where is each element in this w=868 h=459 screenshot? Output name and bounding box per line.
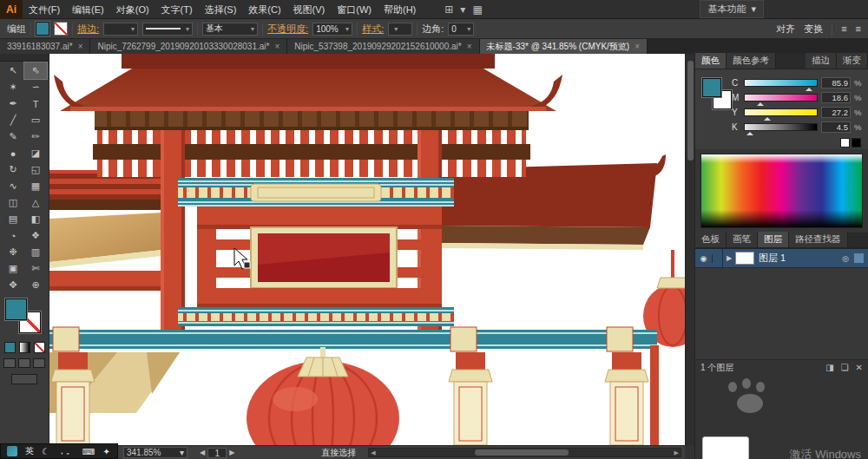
stroke-weight-combo[interactable]: ▾ xyxy=(103,23,138,36)
channel-value-field[interactable]: 85.9 xyxy=(821,77,851,89)
zoom-tool[interactable]: ⊕ xyxy=(24,277,47,293)
tab-layers[interactable]: 图层 xyxy=(758,232,789,247)
current-tool-label[interactable]: 直接选择 xyxy=(321,447,356,459)
vertical-scrollbar-thumb[interactable] xyxy=(687,61,694,161)
make-mask-icon[interactable]: ◨ xyxy=(825,363,833,372)
lock-column[interactable] xyxy=(713,249,723,267)
mesh-tool[interactable]: ▤ xyxy=(2,211,24,227)
layer-thumbnail[interactable] xyxy=(735,252,754,265)
channel-slider[interactable] xyxy=(744,94,818,102)
document-tab[interactable]: 33916183037.ai* × xyxy=(0,39,90,54)
arrange-documents-icon[interactable]: ⊞ xyxy=(444,3,453,16)
new-layer-icon[interactable]: ❏ xyxy=(841,363,849,372)
zoom-combo[interactable]: 341.85% ▾ xyxy=(123,447,187,458)
workspace-switcher[interactable]: 基本功能 ▾ xyxy=(700,0,764,18)
type-tool[interactable]: T xyxy=(24,95,47,112)
menu-select[interactable]: 选择(S) xyxy=(199,0,243,19)
artboard-number-field[interactable]: 1 xyxy=(207,448,227,458)
menu-effect[interactable]: 效果(C) xyxy=(242,0,286,19)
ime-logo-icon[interactable] xyxy=(7,446,17,456)
channel-slider[interactable] xyxy=(744,123,818,131)
menu-help[interactable]: 帮助(H) xyxy=(378,0,422,19)
close-icon[interactable]: × xyxy=(78,42,83,51)
width-tool[interactable]: ∿ xyxy=(2,178,24,194)
roof-balustrade[interactable] xyxy=(93,130,530,177)
close-icon[interactable]: × xyxy=(635,42,640,51)
lasso-tool[interactable]: ∽ xyxy=(24,79,47,95)
right-post[interactable] xyxy=(650,345,659,445)
document-tab[interactable]: Nipic_7262799_20190920103330028031.ai* × xyxy=(90,39,287,54)
moon-icon[interactable]: ☾ xyxy=(42,447,49,456)
line-segment-tool[interactable]: ╱ xyxy=(2,112,24,128)
artboard-tool[interactable]: ▣ xyxy=(2,260,24,277)
tab-stroke[interactable]: 描边 xyxy=(806,53,837,69)
rectangle-tool[interactable]: ▭ xyxy=(24,112,47,128)
document-tab[interactable]: Nipic_537398_20190929202152610000.ai* × xyxy=(287,39,479,54)
align-button[interactable]: 对齐 xyxy=(776,23,795,36)
prev-artboard-icon[interactable]: ◀ xyxy=(200,449,205,456)
visibility-eye-icon[interactable]: ◉ xyxy=(695,254,713,263)
menu-window[interactable]: 窗口(W) xyxy=(331,0,378,19)
tab-color-guide[interactable]: 颜色参考 xyxy=(727,53,776,69)
pen-tool[interactable]: ✒ xyxy=(2,95,24,112)
selection-indicator[interactable] xyxy=(854,253,864,263)
eyedropper-tool[interactable]: ◔ xyxy=(2,227,24,244)
scroll-right-icon[interactable]: ▶ xyxy=(674,449,679,457)
stroke-swatch[interactable] xyxy=(54,22,68,36)
stroke-link[interactable]: 描边: xyxy=(77,23,99,36)
left-wing[interactable] xyxy=(49,170,178,291)
pencil-tool[interactable]: ✏ xyxy=(24,128,47,145)
paintbrush-tool[interactable]: ✎ xyxy=(2,128,24,145)
slider-thumb-icon[interactable] xyxy=(764,114,771,121)
tab-gradient[interactable]: 渐变 xyxy=(837,53,868,69)
transform-button[interactable]: 变换 xyxy=(804,23,823,36)
black-swatch[interactable] xyxy=(852,138,861,148)
tools-panel-grip[interactable] xyxy=(0,54,49,62)
delete-layer-icon[interactable]: ✕ xyxy=(856,363,863,372)
keyboard-icon[interactable]: ⌨ xyxy=(82,447,95,456)
slice-tool[interactable]: ✄ xyxy=(24,260,47,277)
shape-builder-tool[interactable]: ◫ xyxy=(2,194,24,211)
lower-teal-lintel[interactable] xyxy=(178,307,454,326)
channel-value-field[interactable]: 18.6 xyxy=(821,92,851,103)
toolbox-icon[interactable]: ✦ xyxy=(102,447,109,456)
fill-proxy-swatch[interactable] xyxy=(702,78,721,97)
scale-tool[interactable]: ◱ xyxy=(24,161,47,178)
menu-type[interactable]: 文字(T) xyxy=(155,0,199,19)
fill-swatch[interactable] xyxy=(36,22,49,36)
blend-tool[interactable]: ❖ xyxy=(24,227,47,244)
slider-thumb-icon[interactable] xyxy=(746,128,753,135)
tab-color[interactable]: 颜色 xyxy=(695,53,727,69)
menu-edit[interactable]: 编辑(E) xyxy=(66,0,110,19)
close-icon[interactable]: × xyxy=(467,42,472,51)
document-tab[interactable]: 未标题-33* @ 341.85% (CMYK/预览) × xyxy=(480,39,648,54)
screen-mode-button[interactable] xyxy=(11,374,37,384)
opacity-link[interactable]: 不透明度: xyxy=(267,23,308,36)
horizontal-scrollbar[interactable]: ◀ ▶ xyxy=(368,448,681,457)
blob-brush-tool[interactable]: ● xyxy=(2,145,24,161)
menu-file[interactable]: 文件(F) xyxy=(23,0,66,19)
opacity-combo[interactable]: 100% ▾ xyxy=(312,23,352,36)
entablature[interactable] xyxy=(49,327,657,351)
app-logo[interactable]: Ai xyxy=(0,0,23,19)
rotate-tool[interactable]: ↻ xyxy=(2,161,24,178)
vertical-scrollbar[interactable] xyxy=(685,54,694,445)
channel-value-field[interactable]: 4.5 xyxy=(821,121,851,133)
tab-brushes[interactable]: 画笔 xyxy=(727,232,758,247)
free-transform-tool[interactable]: ▦ xyxy=(24,178,47,194)
column-graph-tool[interactable]: ▥ xyxy=(24,244,47,260)
channel-slider[interactable] xyxy=(744,108,818,116)
target-icon[interactable]: ◎ xyxy=(842,254,854,263)
layer-name[interactable]: 图层 1 xyxy=(759,252,842,265)
none-mode-button[interactable] xyxy=(34,342,45,353)
magic-wand-tool[interactable]: ✶ xyxy=(2,79,24,95)
panel-menu-icon[interactable]: ≡ xyxy=(841,23,846,34)
corner-combo[interactable]: 0 ▾ xyxy=(448,23,474,36)
draw-inside-button[interactable] xyxy=(33,358,45,368)
direct-selection-tool[interactable]: ⇖ xyxy=(24,62,47,79)
slider-thumb-icon[interactable] xyxy=(806,84,812,91)
channel-value-field[interactable]: 27.2 xyxy=(821,107,851,118)
draw-behind-button[interactable] xyxy=(18,358,30,368)
close-icon[interactable]: × xyxy=(274,42,279,51)
workspace-grid-icon[interactable]: ▦ xyxy=(472,3,482,16)
